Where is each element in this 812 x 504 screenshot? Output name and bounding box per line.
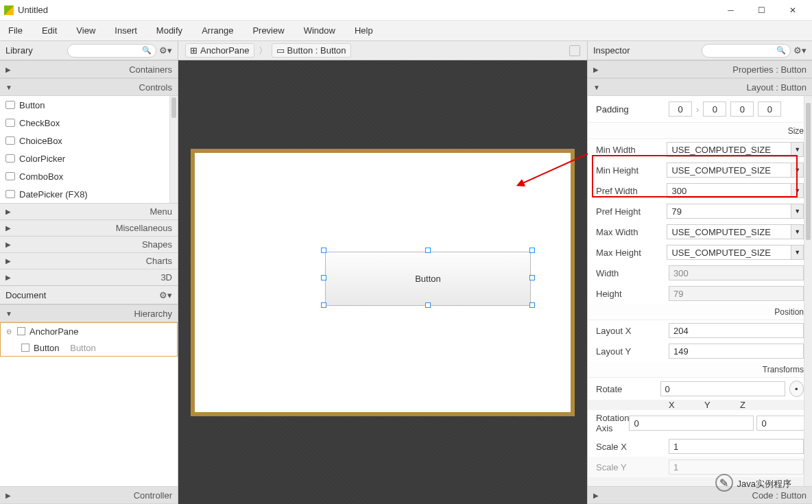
pref-width-field[interactable] [667, 183, 791, 198]
menu-file[interactable]: File [7, 23, 24, 38]
close-button[interactable]: ✕ [777, 0, 808, 21]
inspector-scrollbar[interactable] [804, 96, 812, 486]
section-controls[interactable]: ▼Controls [0, 78, 178, 96]
library-header: Library 🔍 ⚙▾ [0, 41, 178, 60]
section-controller[interactable]: ▶Controller [0, 486, 178, 504]
min-height-menu[interactable]: ▼ [791, 163, 804, 178]
rotate-field[interactable] [660, 381, 785, 396]
min-width-menu[interactable]: ▼ [791, 142, 804, 157]
document-header: Document ⚙▾ [0, 285, 178, 304]
section-misc[interactable]: ▶Miscellaneous [0, 219, 178, 236]
menu-arrange[interactable]: Arrange [200, 23, 235, 38]
scaley-field[interactable] [669, 459, 804, 475]
library-search[interactable]: 🔍 [67, 44, 156, 58]
padding-top[interactable] [669, 101, 692, 117]
breadcrumb-root[interactable]: ⊞ AnchorPane [185, 43, 254, 58]
hierarchy-root[interactable]: ⊖AnchorPane [1, 323, 177, 339]
section-menu[interactable]: ▶Menu [0, 203, 178, 219]
size-subgroup: Size [588, 123, 812, 139]
window-title: Untitled [18, 5, 715, 15]
layoutx-field[interactable] [669, 323, 804, 338]
inspector-properties[interactable]: ▶Properties : Button [588, 60, 812, 78]
width-field [669, 265, 804, 280]
app-icon [4, 5, 14, 15]
layouty-field[interactable] [669, 344, 804, 359]
library-title: Library [5, 45, 33, 56]
max-height-field[interactable] [667, 245, 791, 260]
minimize-button[interactable]: ─ [715, 0, 746, 21]
transforms-subgroup: Transforms [588, 361, 812, 378]
canvas-viewport[interactable]: Button [178, 60, 587, 504]
menu-bar: File Edit View Insert Modify Arrange Pre… [0, 21, 812, 41]
section-charts[interactable]: ▶Charts [0, 252, 178, 269]
hierarchy-button[interactable]: Button Button [1, 339, 177, 356]
section-hierarchy[interactable]: ▼Hierarchy [0, 304, 178, 322]
menu-insert[interactable]: Insert [113, 23, 139, 38]
section-shapes[interactable]: ▶Shapes [0, 236, 178, 252]
max-width-menu[interactable]: ▼ [791, 224, 804, 239]
inspector-layout[interactable]: ▼Layout : Button [588, 78, 812, 96]
library-item-checkbox[interactable]: CheckBox [0, 114, 178, 132]
pref-width-menu[interactable]: ▼ [791, 183, 804, 198]
position-subgroup: Position [588, 304, 812, 320]
inspector-title: Inspector [593, 45, 630, 56]
breadcrumb-separator: 〉 [259, 45, 267, 57]
breadcrumb-leaf[interactable]: ▭ Button : Button [272, 43, 351, 58]
min-height-field[interactable] [667, 163, 791, 178]
maximize-button[interactable]: ☐ [746, 0, 777, 21]
inspector-code[interactable]: ▶Code : Button [588, 486, 812, 504]
pref-height-field[interactable] [667, 204, 791, 219]
anchorpane-canvas[interactable]: Button [191, 149, 575, 416]
inspector-header: Inspector 🔍 ⚙▾ [588, 41, 812, 60]
library-scrollbar[interactable] [169, 96, 178, 203]
max-width-field[interactable] [667, 224, 791, 239]
menu-edit[interactable]: Edit [40, 23, 58, 38]
inspector-search[interactable]: 🔍 [702, 44, 791, 58]
document-icon[interactable] [569, 45, 580, 56]
title-bar: Untitled ─ ☐ ✕ [0, 0, 812, 21]
height-field [669, 286, 804, 301]
rotaxis-x[interactable] [629, 416, 754, 431]
menu-help[interactable]: Help [353, 23, 374, 38]
min-width-field[interactable] [667, 142, 791, 157]
library-item-button[interactable]: Button [0, 96, 178, 114]
padding-bottom[interactable] [730, 101, 754, 117]
padding-right[interactable] [703, 101, 726, 117]
max-height-menu[interactable]: ▼ [791, 245, 804, 260]
library-item-choicebox[interactable]: ChoiceBox [0, 132, 178, 149]
library-gear-icon[interactable]: ⚙▾ [159, 45, 172, 56]
document-gear-icon[interactable]: ⚙▾ [159, 290, 172, 300]
menu-view[interactable]: View [75, 23, 97, 38]
pref-height-menu[interactable]: ▼ [791, 204, 804, 219]
library-item-colorpicker[interactable]: ColorPicker [0, 149, 178, 167]
pref-width-row: Pref Width▼ [588, 180, 812, 201]
section-3d[interactable]: ▶3D [0, 269, 178, 285]
section-containers[interactable]: ▶Containers [0, 60, 178, 78]
padding-label: Padding [596, 104, 665, 115]
padding-row: Padding › [588, 96, 812, 123]
menu-modify[interactable]: Modify [155, 23, 184, 38]
menu-preview[interactable]: Preview [251, 23, 285, 38]
menu-window[interactable]: Window [302, 23, 337, 38]
scalex-field[interactable] [669, 439, 804, 454]
rotate-dial[interactable]: • [789, 381, 804, 397]
document-title: Document [5, 290, 46, 300]
library-item-combobox[interactable]: ComboBox [0, 167, 178, 185]
library-item-datepicker[interactable]: DatePicker (FX8) [0, 185, 178, 203]
inspector-gear-icon[interactable]: ⚙▾ [793, 45, 807, 56]
button-node[interactable]: Button [325, 252, 531, 306]
breadcrumb: ⊞ AnchorPane 〉 ▭ Button : Button [178, 41, 587, 60]
padding-left[interactable] [758, 101, 781, 117]
pref-height-row: Pref Height▼ [588, 201, 812, 221]
